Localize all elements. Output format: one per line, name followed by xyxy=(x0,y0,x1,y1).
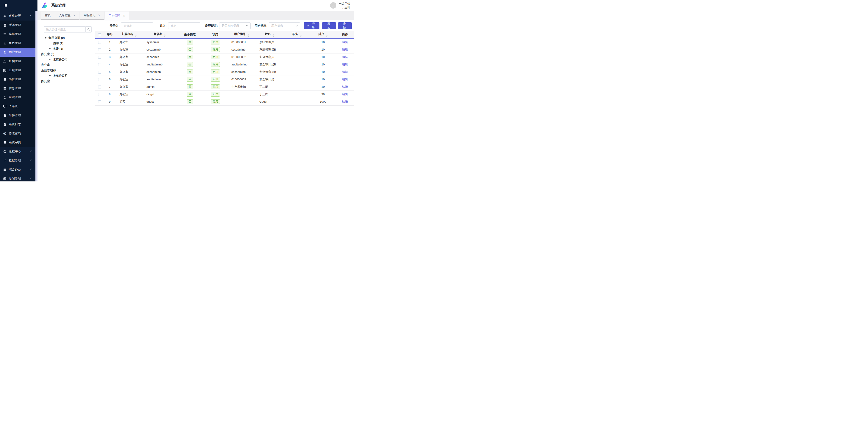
row-checkbox[interactable] xyxy=(98,93,101,96)
sidebar-item-系统字典[interactable]: 系统字典 xyxy=(0,138,35,147)
sidebar-item-系统日志[interactable]: 系统日志 xyxy=(0,120,35,129)
column-header-姓名[interactable]: 姓名 xyxy=(255,31,283,38)
close-icon[interactable]: ✕ xyxy=(98,14,100,17)
cell-no: 6 xyxy=(104,75,116,83)
sidebar-item-数据管理[interactable]: 数据管理 xyxy=(0,156,35,165)
tree-node-企业管理部[interactable]: 企业管理部 xyxy=(41,68,95,73)
edit-link[interactable]: 编辑 xyxy=(342,85,348,89)
edit-link[interactable]: 编辑 xyxy=(342,93,348,96)
tree-search-button[interactable] xyxy=(85,26,92,32)
cell-login: auditadminb xyxy=(143,61,177,68)
sort-icon[interactable] xyxy=(247,34,249,37)
cell-checkbox xyxy=(95,53,104,61)
edit-link[interactable]: 编辑 xyxy=(342,40,348,44)
edit-link[interactable]: 编辑 xyxy=(342,63,348,66)
avatar[interactable]: 丁 xyxy=(330,2,336,8)
row-checkbox[interactable] xyxy=(98,78,101,81)
column-header-登录名[interactable]: 登录名 xyxy=(143,31,177,38)
add-button[interactable]: 添 加 xyxy=(322,22,336,29)
caret-down-icon[interactable] xyxy=(49,59,51,60)
tree-node-办公室 (8)[interactable]: 办公室 (8) xyxy=(41,52,95,57)
edit-link[interactable]: 编辑 xyxy=(342,77,348,81)
sort-icon[interactable] xyxy=(273,34,274,37)
caret-down-icon[interactable] xyxy=(49,48,51,50)
sidebar-item-组织管理[interactable]: 组织管理 xyxy=(0,93,35,102)
main-panel: 登录名: 姓名: 是否锁定: 是否允许登录 用户状态: 用户状态 xyxy=(95,20,354,182)
sort-icon[interactable] xyxy=(300,34,302,37)
sidebar-item-综合办公[interactable]: 综合办公 xyxy=(0,165,35,174)
sidebar-item-子系统[interactable]: 子系统 xyxy=(0,102,35,111)
sidebar-item-系统设置[interactable]: 系统设置 xyxy=(0,11,35,21)
sidebar-scrollbar[interactable] xyxy=(35,11,37,182)
row-checkbox[interactable] xyxy=(98,48,101,51)
user-area[interactable]: 丁 一级单位 丁三郎 xyxy=(330,2,354,9)
sidebar-item-附件管理[interactable]: 附件管理 xyxy=(0,111,35,120)
sidebar-item-label: 流程中心 xyxy=(9,149,21,154)
tab-首页[interactable]: 首页 xyxy=(41,11,55,20)
column-label: 排序 xyxy=(318,32,324,36)
row-checkbox[interactable] xyxy=(98,100,101,103)
status-filter-select[interactable]: 用户状态 xyxy=(269,22,300,29)
sidebar-menu: 系统设置缓存管理菜单管理角色管理用户管理机构管理区域管理岗位管理职务管理组织管理… xyxy=(0,11,35,182)
sidebar-item-用户管理[interactable]: 用户管理 xyxy=(0,47,35,57)
close-icon[interactable]: ✕ xyxy=(73,14,75,17)
table-row: 8办公室dingsl否启用丁三郎99编辑 xyxy=(95,91,354,98)
column-header-职务[interactable]: 职务 xyxy=(283,31,311,38)
sidebar-item-修改密码[interactable]: R修改密码 xyxy=(0,129,35,138)
column-header-用户编号[interactable]: 用户编号 xyxy=(227,31,255,38)
chevron-down-icon xyxy=(246,25,248,27)
column-header-排序[interactable]: 排序 xyxy=(311,31,336,38)
sort-icon[interactable] xyxy=(326,34,328,37)
locked-filter-select[interactable]: 是否允许登录 xyxy=(219,22,250,29)
edit-link[interactable]: 编辑 xyxy=(342,55,348,59)
column-label: 用户编号 xyxy=(234,32,246,36)
sidebar-item-机构管理[interactable]: 机构管理 xyxy=(0,57,35,66)
sidebar-item-角色管理[interactable]: 角色管理 xyxy=(0,39,35,47)
sidebar-item-缓存管理[interactable]: 缓存管理 xyxy=(0,21,35,30)
sidebar-item-新闻管理[interactable]: 新闻管理 xyxy=(0,174,35,182)
tree-node-办公室[interactable]: 办公室 xyxy=(41,62,95,68)
name-filter-input[interactable] xyxy=(168,22,200,29)
row-checkbox[interactable] xyxy=(98,63,101,66)
caret-down-icon[interactable] xyxy=(49,75,51,76)
sort-icon[interactable] xyxy=(164,34,166,37)
sort-icon[interactable] xyxy=(135,34,137,37)
sidebar-item-菜单管理[interactable]: 菜单管理 xyxy=(0,30,35,39)
users-table-wrap: 序号归属机构登录名是否锁定状态用户编号姓名职务排序操作 1办公室sysadmin… xyxy=(95,31,354,106)
cell-duty xyxy=(283,91,311,98)
tab-用户管理[interactable]: 用户管理✕ xyxy=(105,11,129,21)
tab-用品登记[interactable]: 用品登记✕ xyxy=(80,11,104,20)
row-checkbox[interactable] xyxy=(98,71,101,73)
login-filter-input[interactable] xyxy=(121,22,153,29)
caret-down-icon[interactable] xyxy=(45,37,46,39)
search-button[interactable]: 查询 xyxy=(304,22,319,29)
chevron-down-icon xyxy=(296,25,298,27)
submenu: 缓存管理菜单管理角色管理用户管理机构管理区域管理岗位管理职务管理组织管理子系统附… xyxy=(0,21,35,147)
sidebar-item-区域管理[interactable]: 区域管理 xyxy=(0,66,35,75)
tree-node-本级 (8)[interactable]: 本级 (8) xyxy=(41,46,95,52)
sidebar-item-岗位管理[interactable]: 岗位管理 xyxy=(0,75,35,84)
cell-action: 编辑 xyxy=(336,38,354,46)
collapse-menu-icon[interactable] xyxy=(3,4,7,7)
edit-link[interactable]: 编辑 xyxy=(342,48,348,51)
sidebar-item-职务管理[interactable]: 职务管理 xyxy=(0,84,35,93)
tree-node-游客 (1)[interactable]: 游客 (1) xyxy=(41,41,95,46)
select-all-checkbox[interactable] xyxy=(98,33,101,36)
tree-node-办公室[interactable]: 办公室 xyxy=(41,78,95,84)
tree-node-上海分公司[interactable]: 上海分公司 xyxy=(41,73,95,78)
row-checkbox[interactable] xyxy=(98,86,101,89)
delete-button[interactable]: 删 除 xyxy=(338,22,352,29)
edit-link[interactable]: 编辑 xyxy=(342,100,348,103)
row-checkbox[interactable] xyxy=(98,41,101,44)
column-header-归属机构[interactable]: 归属机构 xyxy=(116,31,143,38)
cell-action: 编辑 xyxy=(336,46,354,53)
edit-link[interactable]: 编辑 xyxy=(342,70,348,73)
tab-入库信息[interactable]: 入库信息✕ xyxy=(55,11,80,20)
close-icon[interactable]: ✕ xyxy=(123,14,125,17)
tree-node-北京分公司[interactable]: 北京分公司 xyxy=(41,57,95,62)
sidebar-item-流程中心[interactable]: 流程中心 xyxy=(0,147,35,156)
tabs-bar: 首页入库信息✕用品登记✕用户管理✕ xyxy=(37,11,354,20)
tree-node-集团公司 (9)[interactable]: 集团公司 (9) xyxy=(41,35,95,41)
tree-search-input[interactable] xyxy=(44,26,85,32)
row-checkbox[interactable] xyxy=(98,56,101,59)
